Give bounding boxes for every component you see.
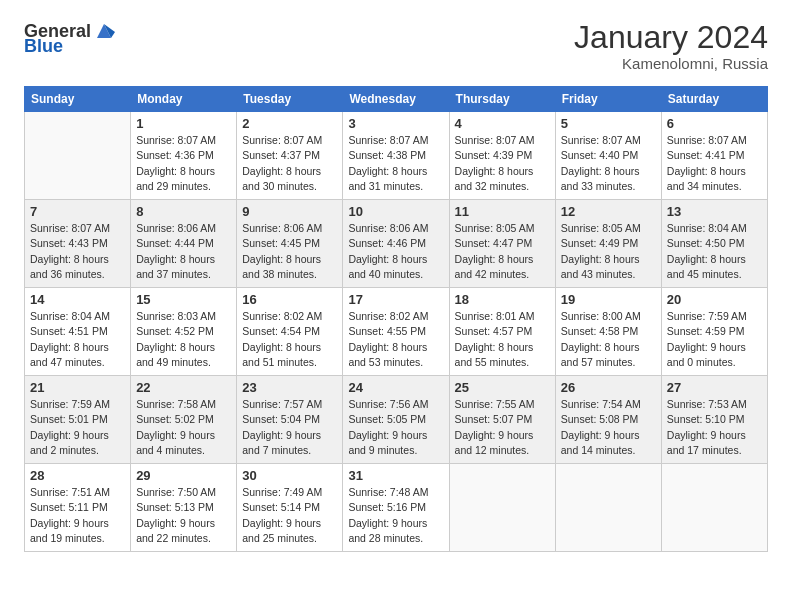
logo: General Blue [24,20,115,57]
table-row: 8Sunrise: 8:06 AM Sunset: 4:44 PM Daylig… [131,200,237,288]
table-row: 14Sunrise: 8:04 AM Sunset: 4:51 PM Dayli… [25,288,131,376]
day-number: 12 [561,204,656,219]
day-number: 2 [242,116,337,131]
day-detail: Sunrise: 7:54 AM Sunset: 5:08 PM Dayligh… [561,397,656,458]
day-detail: Sunrise: 7:59 AM Sunset: 4:59 PM Dayligh… [667,309,762,370]
table-row: 30Sunrise: 7:49 AM Sunset: 5:14 PM Dayli… [237,464,343,552]
table-row: 26Sunrise: 7:54 AM Sunset: 5:08 PM Dayli… [555,376,661,464]
table-row: 10Sunrise: 8:06 AM Sunset: 4:46 PM Dayli… [343,200,449,288]
day-number: 23 [242,380,337,395]
day-number: 11 [455,204,550,219]
calendar-row: 7Sunrise: 8:07 AM Sunset: 4:43 PM Daylig… [25,200,768,288]
day-number: 31 [348,468,443,483]
day-number: 29 [136,468,231,483]
day-number: 27 [667,380,762,395]
day-detail: Sunrise: 8:06 AM Sunset: 4:44 PM Dayligh… [136,221,231,282]
table-row: 6Sunrise: 8:07 AM Sunset: 4:41 PM Daylig… [661,112,767,200]
day-number: 9 [242,204,337,219]
day-number: 10 [348,204,443,219]
day-number: 16 [242,292,337,307]
day-detail: Sunrise: 8:00 AM Sunset: 4:58 PM Dayligh… [561,309,656,370]
table-row: 22Sunrise: 7:58 AM Sunset: 5:02 PM Dayli… [131,376,237,464]
day-detail: Sunrise: 8:04 AM Sunset: 4:50 PM Dayligh… [667,221,762,282]
logo-icon [93,20,115,42]
day-detail: Sunrise: 8:02 AM Sunset: 4:55 PM Dayligh… [348,309,443,370]
table-row [661,464,767,552]
day-detail: Sunrise: 7:56 AM Sunset: 5:05 PM Dayligh… [348,397,443,458]
table-row: 7Sunrise: 8:07 AM Sunset: 4:43 PM Daylig… [25,200,131,288]
day-number: 6 [667,116,762,131]
day-detail: Sunrise: 8:06 AM Sunset: 4:46 PM Dayligh… [348,221,443,282]
header-tuesday: Tuesday [237,87,343,112]
table-row [25,112,131,200]
header-sunday: Sunday [25,87,131,112]
table-row: 16Sunrise: 8:02 AM Sunset: 4:54 PM Dayli… [237,288,343,376]
table-row: 9Sunrise: 8:06 AM Sunset: 4:45 PM Daylig… [237,200,343,288]
day-detail: Sunrise: 7:59 AM Sunset: 5:01 PM Dayligh… [30,397,125,458]
day-number: 30 [242,468,337,483]
day-detail: Sunrise: 8:02 AM Sunset: 4:54 PM Dayligh… [242,309,337,370]
day-detail: Sunrise: 8:04 AM Sunset: 4:51 PM Dayligh… [30,309,125,370]
table-row: 3Sunrise: 8:07 AM Sunset: 4:38 PM Daylig… [343,112,449,200]
table-row: 21Sunrise: 7:59 AM Sunset: 5:01 PM Dayli… [25,376,131,464]
day-detail: Sunrise: 7:55 AM Sunset: 5:07 PM Dayligh… [455,397,550,458]
day-detail: Sunrise: 7:51 AM Sunset: 5:11 PM Dayligh… [30,485,125,546]
title-area: January 2024 Kamenolomni, Russia [574,20,768,72]
day-detail: Sunrise: 8:05 AM Sunset: 4:47 PM Dayligh… [455,221,550,282]
table-row: 5Sunrise: 8:07 AM Sunset: 4:40 PM Daylig… [555,112,661,200]
table-row: 19Sunrise: 8:00 AM Sunset: 4:58 PM Dayli… [555,288,661,376]
day-number: 26 [561,380,656,395]
day-detail: Sunrise: 8:01 AM Sunset: 4:57 PM Dayligh… [455,309,550,370]
day-detail: Sunrise: 8:07 AM Sunset: 4:36 PM Dayligh… [136,133,231,194]
day-number: 20 [667,292,762,307]
day-detail: Sunrise: 8:03 AM Sunset: 4:52 PM Dayligh… [136,309,231,370]
table-row: 24Sunrise: 7:56 AM Sunset: 5:05 PM Dayli… [343,376,449,464]
day-number: 25 [455,380,550,395]
day-detail: Sunrise: 7:58 AM Sunset: 5:02 PM Dayligh… [136,397,231,458]
table-row: 15Sunrise: 8:03 AM Sunset: 4:52 PM Dayli… [131,288,237,376]
table-row: 12Sunrise: 8:05 AM Sunset: 4:49 PM Dayli… [555,200,661,288]
header-thursday: Thursday [449,87,555,112]
header: General Blue January 2024 Kamenolomni, R… [24,20,768,72]
day-number: 5 [561,116,656,131]
day-detail: Sunrise: 7:48 AM Sunset: 5:16 PM Dayligh… [348,485,443,546]
page: General Blue January 2024 Kamenolomni, R… [0,0,792,568]
day-number: 7 [30,204,125,219]
day-detail: Sunrise: 8:07 AM Sunset: 4:38 PM Dayligh… [348,133,443,194]
header-saturday: Saturday [661,87,767,112]
day-detail: Sunrise: 8:07 AM Sunset: 4:37 PM Dayligh… [242,133,337,194]
table-row: 11Sunrise: 8:05 AM Sunset: 4:47 PM Dayli… [449,200,555,288]
calendar-row: 28Sunrise: 7:51 AM Sunset: 5:11 PM Dayli… [25,464,768,552]
header-friday: Friday [555,87,661,112]
day-number: 18 [455,292,550,307]
table-row: 13Sunrise: 8:04 AM Sunset: 4:50 PM Dayli… [661,200,767,288]
day-detail: Sunrise: 8:06 AM Sunset: 4:45 PM Dayligh… [242,221,337,282]
day-number: 13 [667,204,762,219]
day-detail: Sunrise: 8:07 AM Sunset: 4:41 PM Dayligh… [667,133,762,194]
header-monday: Monday [131,87,237,112]
day-number: 28 [30,468,125,483]
table-row: 2Sunrise: 8:07 AM Sunset: 4:37 PM Daylig… [237,112,343,200]
calendar-row: 1Sunrise: 8:07 AM Sunset: 4:36 PM Daylig… [25,112,768,200]
table-row [555,464,661,552]
day-number: 4 [455,116,550,131]
table-row: 4Sunrise: 8:07 AM Sunset: 4:39 PM Daylig… [449,112,555,200]
day-number: 1 [136,116,231,131]
day-number: 3 [348,116,443,131]
day-number: 14 [30,292,125,307]
day-number: 19 [561,292,656,307]
day-number: 17 [348,292,443,307]
month-title: January 2024 [574,20,768,55]
header-wednesday: Wednesday [343,87,449,112]
table-row: 29Sunrise: 7:50 AM Sunset: 5:13 PM Dayli… [131,464,237,552]
table-row: 23Sunrise: 7:57 AM Sunset: 5:04 PM Dayli… [237,376,343,464]
table-row: 25Sunrise: 7:55 AM Sunset: 5:07 PM Dayli… [449,376,555,464]
day-detail: Sunrise: 8:07 AM Sunset: 4:39 PM Dayligh… [455,133,550,194]
day-number: 24 [348,380,443,395]
day-number: 8 [136,204,231,219]
day-number: 22 [136,380,231,395]
calendar-row: 21Sunrise: 7:59 AM Sunset: 5:01 PM Dayli… [25,376,768,464]
calendar-header-row: Sunday Monday Tuesday Wednesday Thursday… [25,87,768,112]
table-row: 20Sunrise: 7:59 AM Sunset: 4:59 PM Dayli… [661,288,767,376]
day-detail: Sunrise: 7:53 AM Sunset: 5:10 PM Dayligh… [667,397,762,458]
